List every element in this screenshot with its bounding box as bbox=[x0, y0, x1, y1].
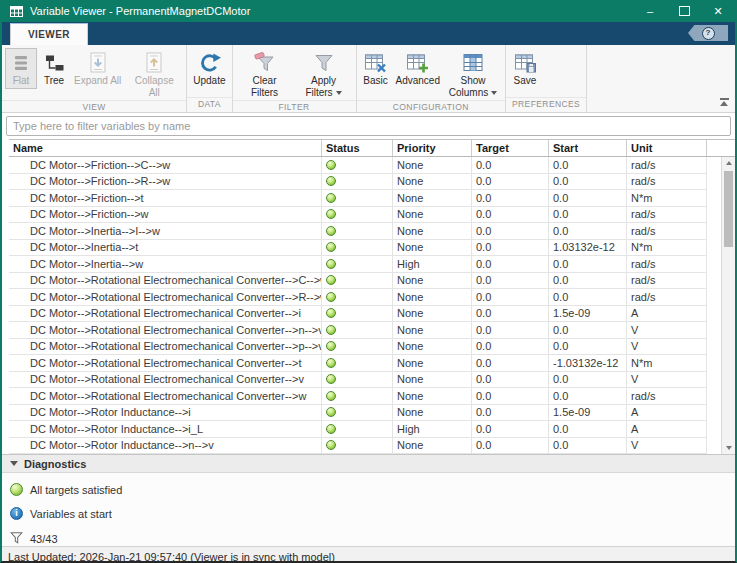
status-ok-icon bbox=[326, 193, 336, 203]
toolstrip: Flat Tree Expand All bbox=[2, 45, 735, 113]
table-row[interactable]: DC Motor-->Rotational Electromechanical … bbox=[9, 322, 707, 339]
table-row[interactable]: DC Motor-->Rotor Inductance-->i_LHigh0.0… bbox=[9, 421, 707, 438]
target-cell: 0.0 bbox=[472, 355, 549, 371]
diagnostic-item-filter-count: 43/43 bbox=[10, 531, 735, 546]
table-row[interactable]: DC Motor-->Rotor Inductance-->iNone0.01.… bbox=[9, 405, 707, 422]
table-row[interactable]: DC Motor-->Inertia-->I-->wNone0.00.0rad/… bbox=[9, 223, 707, 240]
table-row[interactable]: DC Motor-->Friction-->wNone0.00.0rad/s bbox=[9, 207, 707, 224]
advanced-config-icon bbox=[406, 50, 429, 75]
apply-filters-button[interactable]: Apply Filters bbox=[295, 48, 353, 100]
filter-input[interactable] bbox=[6, 116, 731, 136]
unit-cell: V bbox=[627, 372, 707, 388]
table-row[interactable]: DC Motor-->Rotational Electromechanical … bbox=[9, 339, 707, 356]
column-header-name[interactable]: Name bbox=[9, 140, 322, 156]
tab-viewer[interactable]: VIEWER bbox=[10, 23, 88, 45]
table-row[interactable]: DC Motor-->Inertia-->wHigh0.00.0rad/s bbox=[9, 256, 707, 273]
table-row[interactable]: DC Motor-->Rotor Inductance-->n-->vNone0… bbox=[9, 438, 707, 455]
help-button[interactable]: ? bbox=[688, 25, 728, 41]
column-header-target[interactable]: Target bbox=[472, 140, 549, 156]
tree-button[interactable]: Tree bbox=[38, 48, 70, 89]
update-icon bbox=[198, 50, 221, 75]
close-button[interactable]: ✕ bbox=[701, 0, 735, 22]
unit-cell: V bbox=[627, 438, 707, 454]
variable-name-cell: DC Motor-->Rotational Electromechanical … bbox=[9, 322, 322, 338]
section-caption-data: DATA bbox=[187, 97, 231, 112]
status-ok-icon bbox=[326, 407, 336, 417]
status-cell bbox=[322, 339, 393, 355]
status-ok-icon bbox=[326, 176, 336, 186]
target-cell: 0.0 bbox=[472, 223, 549, 239]
save-label: Save bbox=[514, 75, 537, 87]
variable-name-cell: DC Motor-->Rotor Inductance-->i bbox=[9, 405, 322, 421]
priority-cell: None bbox=[393, 190, 472, 206]
clear-filters-button[interactable]: Clear Filters bbox=[236, 48, 294, 100]
diagnostic-item-targets: All targets satisfied bbox=[10, 483, 735, 496]
window-title: Variable Viewer - PermanentMagnetDCMotor bbox=[30, 5, 633, 17]
vertical-scrollbar[interactable] bbox=[721, 157, 735, 454]
table-row[interactable]: DC Motor-->Friction-->R-->wNone0.00.0rad… bbox=[9, 174, 707, 191]
column-header-status[interactable]: Status bbox=[322, 140, 393, 156]
variable-name-cell: DC Motor-->Rotational Electromechanical … bbox=[9, 289, 322, 305]
advanced-button[interactable]: Advanced bbox=[393, 48, 443, 89]
status-cell bbox=[322, 306, 393, 322]
basic-config-icon bbox=[364, 50, 387, 75]
maximize-button[interactable] bbox=[667, 0, 701, 22]
basic-button[interactable]: Basic bbox=[360, 48, 392, 89]
table-row[interactable]: DC Motor-->Friction-->C-->wNone0.00.0rad… bbox=[9, 157, 707, 174]
column-header-start[interactable]: Start bbox=[549, 140, 627, 156]
unit-cell: A bbox=[627, 405, 707, 421]
scroll-down-button[interactable] bbox=[722, 442, 735, 454]
diagnostic-label: Variables at start bbox=[30, 508, 112, 520]
table-row[interactable]: DC Motor-->Rotational Electromechanical … bbox=[9, 306, 707, 323]
last-updated-text: Last Updated: 2026-Jan-21 09:57:40 (View… bbox=[8, 551, 335, 563]
priority-cell: None bbox=[393, 355, 472, 371]
table-row[interactable]: DC Motor-->Inertia-->tNone0.01.03132e-12… bbox=[9, 240, 707, 257]
target-cell: 0.0 bbox=[472, 256, 549, 272]
save-button[interactable]: Save bbox=[509, 48, 541, 89]
collapse-triangle-icon bbox=[10, 461, 18, 466]
diagnostics-header[interactable]: Diagnostics bbox=[2, 454, 735, 473]
table-row[interactable]: DC Motor-->Rotational Electromechanical … bbox=[9, 355, 707, 372]
target-cell: 0.0 bbox=[472, 421, 549, 437]
start-cell: 1.03132e-12 bbox=[549, 240, 627, 256]
target-cell: 0.0 bbox=[472, 273, 549, 289]
chevron-down-icon bbox=[491, 91, 497, 95]
status-ok-icon bbox=[326, 160, 336, 170]
scroll-up-button[interactable] bbox=[722, 157, 735, 169]
minimize-button[interactable]: – bbox=[633, 0, 667, 22]
start-cell: 0.0 bbox=[549, 273, 627, 289]
update-button[interactable]: Update bbox=[190, 48, 228, 89]
status-ok-icon bbox=[10, 483, 23, 496]
priority-cell: High bbox=[393, 256, 472, 272]
flat-icon bbox=[11, 50, 31, 75]
unit-cell: A bbox=[627, 306, 707, 322]
start-cell: 0.0 bbox=[549, 388, 627, 404]
priority-cell: None bbox=[393, 289, 472, 305]
show-columns-button[interactable]: Show Columns bbox=[444, 48, 502, 100]
priority-cell: None bbox=[393, 405, 472, 421]
variable-name-cell: DC Motor-->Inertia-->I-->w bbox=[9, 223, 322, 239]
start-cell: 0.0 bbox=[549, 207, 627, 223]
table-row[interactable]: DC Motor-->Rotational Electromechanical … bbox=[9, 289, 707, 306]
variable-table: Name Status Priority Target Start Unit D… bbox=[9, 139, 735, 454]
status-cell bbox=[322, 256, 393, 272]
unit-cell: V bbox=[627, 339, 707, 355]
column-header-priority[interactable]: Priority bbox=[393, 140, 472, 156]
column-header-unit[interactable]: Unit bbox=[627, 140, 707, 156]
diagnostic-label: 43/43 bbox=[30, 533, 58, 545]
table-row[interactable]: DC Motor-->Rotational Electromechanical … bbox=[9, 273, 707, 290]
target-cell: 0.0 bbox=[472, 174, 549, 190]
toolstrip-section-view: Flat Tree Expand All bbox=[2, 45, 187, 112]
variable-name-cell: DC Motor-->Rotational Electromechanical … bbox=[9, 273, 322, 289]
table-row[interactable]: DC Motor-->Friction-->tNone0.00.0N*m bbox=[9, 190, 707, 207]
start-cell: 0.0 bbox=[549, 256, 627, 272]
chevron-down-icon bbox=[336, 91, 342, 95]
variable-name-cell: DC Motor-->Friction-->R-->w bbox=[9, 174, 322, 190]
table-row[interactable]: DC Motor-->Rotational Electromechanical … bbox=[9, 372, 707, 389]
unit-cell: A bbox=[627, 421, 707, 437]
collapse-toolstrip-button[interactable] bbox=[719, 98, 729, 106]
table-row[interactable]: DC Motor-->Rotational Electromechanical … bbox=[9, 388, 707, 405]
scrollbar-thumb[interactable] bbox=[724, 171, 733, 247]
variable-name-cell: DC Motor-->Rotor Inductance-->n-->v bbox=[9, 438, 322, 454]
flat-button[interactable]: Flat bbox=[5, 48, 37, 89]
